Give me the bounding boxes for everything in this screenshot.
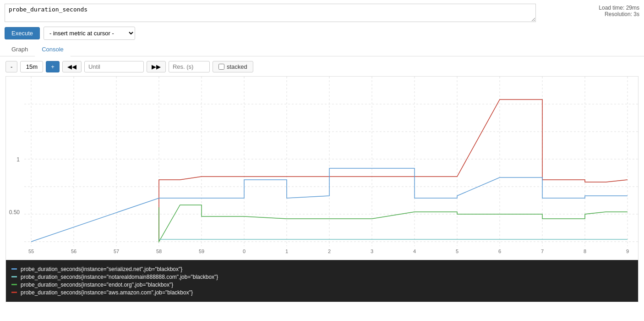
time-forward-button[interactable]: ▶▶ [147,61,166,72]
svg-text:7: 7 [541,249,544,254]
chart-area: 1 0.50 55 56 57 58 59 0 1 2 3 4 5 6 7 8 … [6,77,638,260]
svg-text:55: 55 [28,249,34,254]
time-back-button[interactable]: ◀◀ [62,61,82,72]
svg-rect-39 [11,268,17,270]
svg-text:4: 4 [413,249,416,254]
legend-label-3: probe_duration_seconds{instance="aws.ama… [21,289,193,296]
svg-text:9: 9 [626,249,629,254]
stacked-label-text: stacked [227,63,247,70]
top-bar: probe_duration_seconds Load time: 29ms R… [0,0,644,25]
svg-text:0: 0 [243,249,246,254]
svg-rect-42 [11,292,17,293]
until-input[interactable] [84,61,144,72]
tab-graph[interactable]: Graph [5,43,35,56]
chart-container: 1 0.50 55 56 57 58 59 0 1 2 3 4 5 6 7 8 … [5,76,639,302]
graph-controls: - + ◀◀ ▶▶ stacked [0,56,644,76]
svg-text:5: 5 [456,249,458,254]
tabs: Graph Console [0,43,644,56]
legend-label-0: probe_duration_seconds{instance="seriali… [21,266,182,272]
load-time: Load time: 29ms [599,5,639,11]
svg-text:59: 59 [199,249,204,254]
chart-svg: 1 0.50 55 56 57 58 59 0 1 2 3 4 5 6 7 8 … [6,77,638,260]
time-plus-button[interactable]: + [46,61,60,72]
legend-item-0: probe_duration_seconds{instance="seriali… [11,266,633,272]
stacked-checkbox[interactable] [218,64,224,70]
legend-color-0 [11,266,17,272]
time-minus-button[interactable]: - [5,61,17,72]
legend-color-1 [11,274,17,280]
load-info: Load time: 29ms Resolution: 3s [599,4,639,17]
svg-text:0.50: 0.50 [9,209,20,216]
legend-color-2 [11,282,17,288]
metric-select[interactable]: - insert metric at cursor - [44,27,135,40]
legend-item-2: probe_duration_seconds{instance="endot.o… [11,282,633,288]
svg-rect-41 [11,284,17,285]
legend-color-3 [11,290,17,295]
toolbar: Execute - insert metric at cursor - [0,25,644,43]
svg-text:1: 1 [16,156,20,163]
svg-text:58: 58 [156,249,162,254]
legend-label-1: probe_duration_seconds{instance="notarea… [21,274,218,280]
tab-console[interactable]: Console [35,43,71,56]
query-input[interactable]: probe_duration_seconds [5,4,536,22]
svg-text:1: 1 [285,249,288,254]
legend-item-1: probe_duration_seconds{instance="notarea… [11,274,633,280]
resolution: Resolution: 3s [599,11,639,17]
svg-text:2: 2 [328,249,331,254]
svg-text:56: 56 [71,249,76,254]
svg-text:57: 57 [114,249,119,254]
svg-rect-40 [11,276,17,277]
res-input[interactable] [169,61,210,72]
svg-text:8: 8 [584,249,586,254]
legend-label-2: probe_duration_seconds{instance="endot.o… [21,282,173,288]
svg-text:3: 3 [371,249,373,254]
time-value-input[interactable] [20,61,43,72]
legend: probe_duration_seconds{instance="seriali… [6,260,638,302]
svg-text:6: 6 [498,249,501,254]
legend-item-3: probe_duration_seconds{instance="aws.ama… [11,289,633,296]
execute-button[interactable]: Execute [5,27,40,39]
stacked-checkbox-label[interactable]: stacked [213,61,253,72]
